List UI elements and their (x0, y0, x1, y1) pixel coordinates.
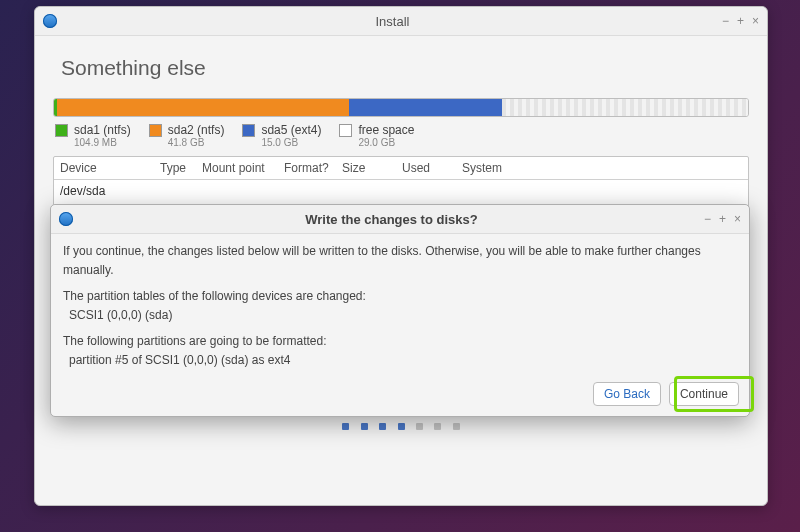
table-header: Device Type Mount point Format? Size Use… (54, 157, 748, 180)
continue-button[interactable]: Continue (669, 382, 739, 406)
window-controls: − + × (704, 212, 741, 226)
install-title: Install (63, 14, 722, 29)
minimize-icon[interactable]: − (722, 14, 729, 28)
swatch-icon (339, 124, 352, 137)
dialog-footer: Go Back Continue (51, 376, 749, 416)
bar-seg-sda5 (349, 99, 502, 116)
swatch-icon (55, 124, 68, 137)
step-dot (416, 423, 423, 430)
confirm-dialog: Write the changes to disks? − + × If you… (50, 204, 750, 417)
close-icon[interactable]: × (752, 14, 759, 28)
step-dot (453, 423, 460, 430)
page-heading: Something else (61, 56, 749, 80)
bar-seg-free (502, 99, 748, 116)
legend: sda1 (ntfs)104.9 MB sda2 (ntfs)41.8 GB s… (55, 123, 747, 148)
maximize-icon[interactable]: + (719, 212, 726, 226)
bar-seg-sda2 (57, 99, 348, 116)
installer-icon (43, 14, 57, 28)
step-dot (379, 423, 386, 430)
dialog-title: Write the changes to disks? (79, 212, 704, 227)
minimize-icon[interactable]: − (704, 212, 711, 226)
legend-item: sda1 (ntfs)104.9 MB (55, 123, 131, 148)
pager (53, 419, 749, 433)
step-dot (361, 423, 368, 430)
disk-usage-bar (53, 98, 749, 117)
swatch-icon (242, 124, 255, 137)
legend-item: sda2 (ntfs)41.8 GB (149, 123, 225, 148)
close-icon[interactable]: × (734, 212, 741, 226)
window-controls: − + × (722, 14, 759, 28)
maximize-icon[interactable]: + (737, 14, 744, 28)
dialog-titlebar: Write the changes to disks? − + × (51, 205, 749, 234)
step-dot (434, 423, 441, 430)
dialog-body: If you continue, the changes listed belo… (51, 234, 749, 376)
legend-item: sda5 (ext4)15.0 GB (242, 123, 321, 148)
step-dot (342, 423, 349, 430)
legend-item: free space29.0 GB (339, 123, 414, 148)
installer-icon (59, 212, 73, 226)
table-row[interactable]: /dev/sda (54, 180, 748, 202)
step-dot (398, 423, 405, 430)
go-back-button[interactable]: Go Back (593, 382, 661, 406)
swatch-icon (149, 124, 162, 137)
install-titlebar: Install − + × (35, 7, 767, 36)
